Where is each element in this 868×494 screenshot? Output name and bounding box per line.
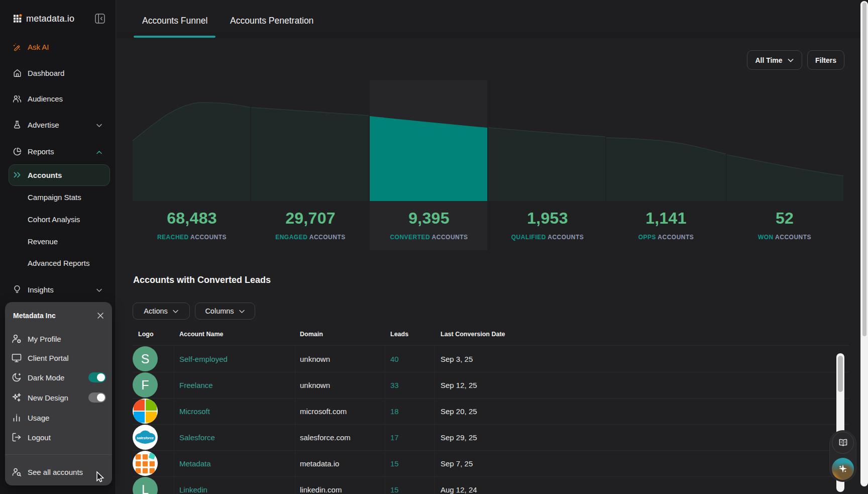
svg-text:salesforce: salesforce xyxy=(137,436,154,440)
